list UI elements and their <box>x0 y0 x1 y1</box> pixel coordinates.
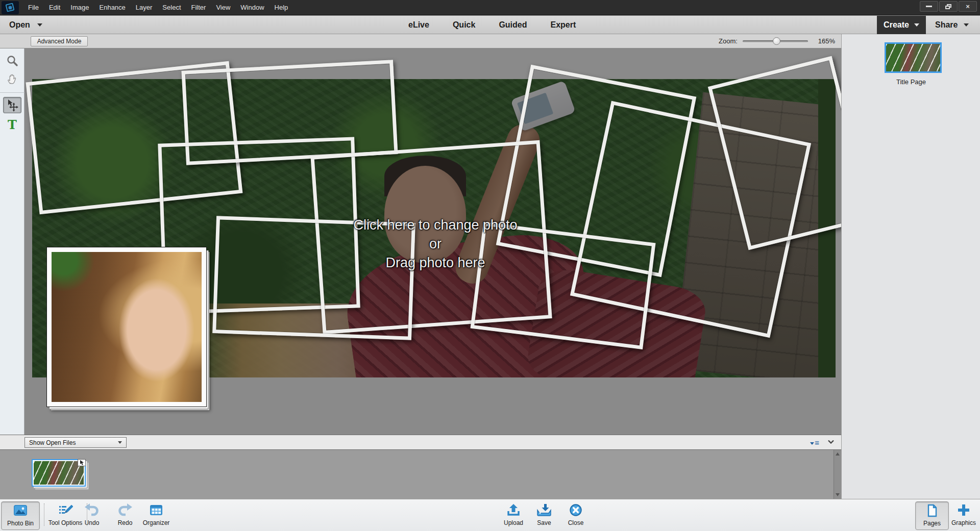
zoom-slider-handle[interactable] <box>773 37 780 45</box>
photo-bin-header: Show Open Files ≡ <box>0 435 841 450</box>
chevron-down-icon <box>37 23 42 27</box>
taskbar: Photo Bin Tool Options <box>0 499 980 531</box>
photo-bin-scrollbar[interactable] <box>834 450 841 499</box>
menu-file[interactable]: File <box>23 1 44 14</box>
scroll-up-icon[interactable] <box>836 452 840 456</box>
placeholder-line-3: Drag photo here <box>290 254 581 272</box>
zoom-slider[interactable] <box>743 40 808 42</box>
open-button[interactable]: Open <box>9 16 42 34</box>
advanced-mode-button[interactable]: Advanced Mode <box>31 36 88 46</box>
organizer-button[interactable]: Organizer <box>137 501 176 530</box>
title-page-thumbnail[interactable] <box>885 42 942 73</box>
open-file-thumbnail[interactable] <box>32 459 86 487</box>
zoom-control: Zoom: 165% <box>719 34 835 48</box>
hand-tool-icon <box>6 73 18 85</box>
redo-icon <box>117 501 133 519</box>
tool-options-icon <box>58 501 73 519</box>
close-circle-icon <box>568 501 583 519</box>
options-bar: Advanced Mode Zoom: 165% <box>0 34 841 48</box>
pages-button[interactable]: Pages <box>915 501 949 530</box>
menu-enhance[interactable]: Enhance <box>94 1 131 14</box>
zoom-tool-button[interactable] <box>0 52 24 70</box>
panel-menu-icon[interactable]: ≡ <box>810 438 819 447</box>
pages-icon <box>925 502 939 519</box>
tab-elive[interactable]: eLive <box>408 20 429 30</box>
project-badge-icon <box>78 459 86 466</box>
photo-bin-icon <box>13 502 28 519</box>
editor-canvas[interactable]: Click here to change photo or Drag photo… <box>24 48 841 435</box>
chevron-down-icon <box>118 441 122 444</box>
separator <box>44 503 44 526</box>
menu-image[interactable]: Image <box>65 1 94 14</box>
graphics-plus-icon <box>957 501 971 519</box>
minimize-icon[interactable] <box>920 1 938 12</box>
menu-window[interactable]: Window <box>235 1 269 14</box>
taskbar-label: Organizer <box>143 519 170 526</box>
taskbar-label: Graphics <box>951 519 976 526</box>
filled-photo-frame[interactable] <box>47 247 206 407</box>
close-icon[interactable]: × <box>959 1 977 12</box>
taskbar-label: Close <box>568 519 584 526</box>
photo-placeholder-text[interactable]: Click here to change photo or Drag photo… <box>290 216 581 272</box>
window-controls: × <box>920 1 977 12</box>
show-open-files-dropdown[interactable]: Show Open Files <box>24 437 127 448</box>
restore-icon[interactable] <box>939 1 958 12</box>
share-button[interactable]: Share <box>935 16 969 34</box>
upload-icon <box>506 501 521 519</box>
save-icon <box>536 501 552 519</box>
move-tool-pressed-state <box>3 97 21 113</box>
menu-edit[interactable]: Edit <box>44 1 65 14</box>
graphics-button[interactable]: Graphics <box>948 501 979 530</box>
zoom-tool-icon <box>6 55 18 67</box>
tab-guided[interactable]: Guided <box>499 20 527 30</box>
photoshop-elements-logo-icon <box>2 1 19 14</box>
tool-column: T <box>0 48 24 435</box>
collapse-chevron-icon[interactable] <box>828 440 834 444</box>
menu-layer[interactable]: Layer <box>131 1 158 14</box>
chevron-down-icon <box>964 23 969 27</box>
photo-bin <box>0 450 841 499</box>
organizer-icon <box>149 501 164 519</box>
create-button[interactable]: Create <box>877 16 926 34</box>
taskbar-label: Undo <box>85 519 100 526</box>
move-tool-button[interactable] <box>0 92 24 114</box>
menu-view[interactable]: View <box>211 1 235 14</box>
create-label: Create <box>884 20 909 30</box>
menu-items: File Edit Image Enhance Layer Select Fil… <box>23 1 293 14</box>
menu-bar: File Edit Image Enhance Layer Select Fil… <box>0 0 980 15</box>
taskbar-label: Pages <box>923 520 941 527</box>
share-label: Share <box>935 20 958 30</box>
placeholder-line-2: or <box>290 235 581 254</box>
action-bar: Open eLive Quick Guided Expert Create Sh… <box>0 16 980 34</box>
taskbar-label: Upload <box>504 519 523 526</box>
show-open-files-value: Show Open Files <box>29 439 76 446</box>
photo-bin-button[interactable]: Photo Bin <box>1 501 40 530</box>
mode-tabs: eLive Quick Guided Expert <box>408 16 576 34</box>
move-tool-icon <box>6 98 19 112</box>
type-tool-icon: T <box>8 119 17 131</box>
chevron-down-icon <box>914 23 919 27</box>
pages-panel: Title Page <box>841 34 980 499</box>
tab-expert[interactable]: Expert <box>551 20 576 30</box>
scroll-down-icon[interactable] <box>836 493 840 496</box>
menu-help[interactable]: Help <box>270 1 293 14</box>
taskbar-label: Photo Bin <box>7 520 34 527</box>
taskbar-label: Save <box>537 519 551 526</box>
menu-select[interactable]: Select <box>157 1 186 14</box>
taskbar-label: Redo <box>118 519 133 526</box>
tab-quick[interactable]: Quick <box>453 20 475 30</box>
hand-tool-button[interactable] <box>0 70 24 88</box>
undo-icon <box>84 501 100 519</box>
title-page-label: Title Page <box>842 78 980 86</box>
menu-filter[interactable]: Filter <box>186 1 211 14</box>
close-button[interactable]: Close <box>556 501 595 530</box>
zoom-value: 165% <box>818 37 835 45</box>
zoom-label: Zoom: <box>719 37 738 45</box>
open-label: Open <box>9 20 30 30</box>
type-tool-button[interactable]: T <box>0 116 24 134</box>
placeholder-line-1: Click here to change photo <box>290 216 581 235</box>
